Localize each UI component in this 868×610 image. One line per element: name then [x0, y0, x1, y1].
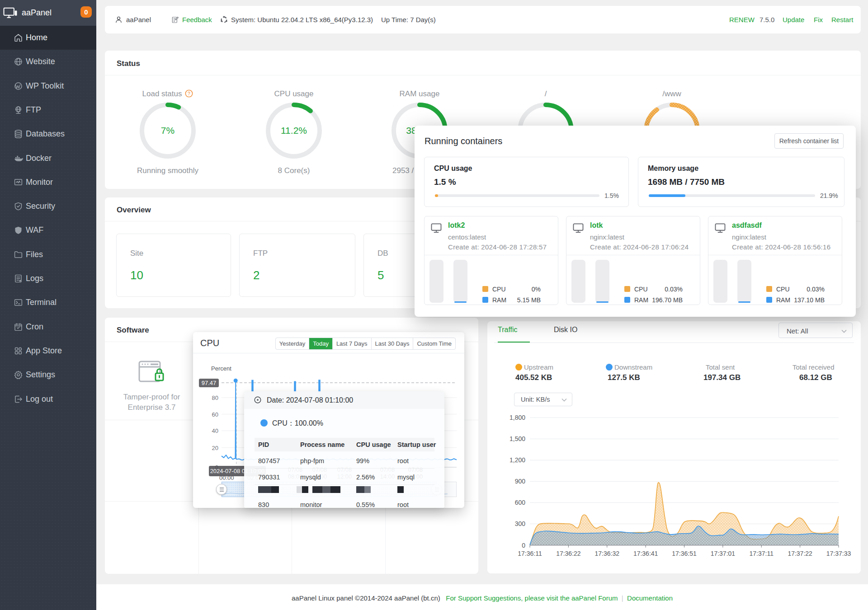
svg-text:7%: 7% [161, 125, 175, 136]
svg-text:?: ? [188, 91, 191, 96]
svg-text:11.2%: 11.2% [281, 125, 307, 136]
